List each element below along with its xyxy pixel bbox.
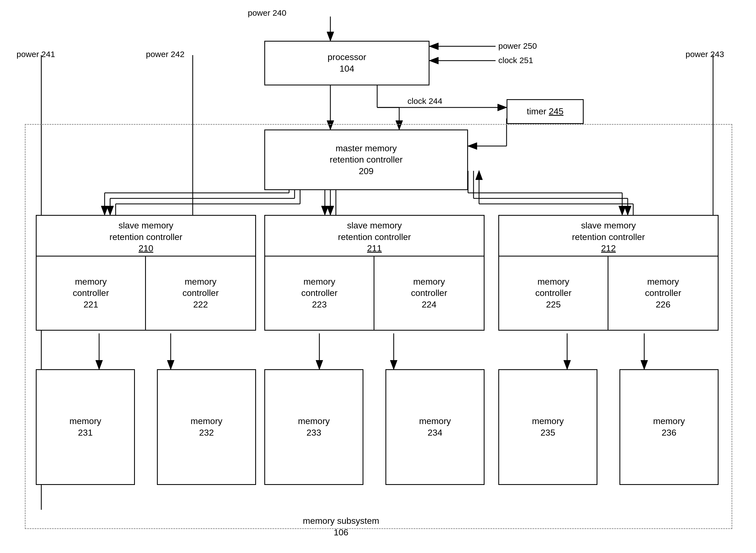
diagram: processor 104 timer 245 master memoryret… xyxy=(0,0,756,553)
clock244-label: clock 244 xyxy=(407,96,443,106)
mc-221-box: memorycontroller 221 xyxy=(36,256,146,330)
power243-label: power 243 xyxy=(685,50,724,59)
mc-224-label: memorycontroller xyxy=(411,276,447,299)
memory-232-id: 232 xyxy=(199,427,214,439)
memory-233-box: memory 233 xyxy=(264,369,363,485)
memory-231-box: memory 231 xyxy=(36,369,135,485)
memory-234-label: memory xyxy=(419,415,451,427)
timer-label: timer 245 xyxy=(527,106,563,117)
slave-210-box: slave memoryretention controller210 memo… xyxy=(36,215,256,331)
memory-235-id: 235 xyxy=(541,427,555,439)
mc-225-id: 225 xyxy=(546,299,561,311)
power241-label: power 241 xyxy=(16,50,55,59)
memory-236-label: memory xyxy=(653,415,685,427)
mc-226-id: 226 xyxy=(656,299,670,311)
processor-label: processor xyxy=(327,52,366,63)
memory-235-label: memory xyxy=(532,415,564,427)
slave-211-label: slave memoryretention controller211 xyxy=(338,220,411,253)
timer-box: timer 245 xyxy=(506,99,584,124)
memory-236-id: 236 xyxy=(662,427,676,439)
power242-label: power 242 xyxy=(146,50,184,59)
processor-id: 104 xyxy=(340,63,354,75)
mc-222-box: memorycontroller 222 xyxy=(146,256,255,330)
memory-231-id: 231 xyxy=(78,427,93,439)
mc-225-box: memorycontroller 225 xyxy=(499,256,608,330)
slave-212-label: slave memoryretention controller212 xyxy=(572,220,645,253)
mc-226-box: memorycontroller 226 xyxy=(608,256,718,330)
memory-232-box: memory 232 xyxy=(157,369,256,485)
slave-210-label: slave memoryretention controller210 xyxy=(109,220,182,253)
mc-221-id: 221 xyxy=(83,299,98,311)
processor-box: processor 104 xyxy=(264,41,430,85)
mc-223-label: memorycontroller xyxy=(301,276,338,299)
power250-label: power 250 xyxy=(498,41,537,51)
mc-226-label: memorycontroller xyxy=(645,276,681,299)
mc-225-label: memorycontroller xyxy=(535,276,572,299)
memory-subsystem-label: memory subsystem 106 xyxy=(303,515,379,538)
power240-label: power 240 xyxy=(248,8,286,18)
clock251-label: clock 251 xyxy=(498,56,533,65)
memory-233-label: memory xyxy=(298,415,330,427)
memory-236-box: memory 236 xyxy=(620,369,719,485)
memory-234-box: memory 234 xyxy=(385,369,485,485)
slave-212-box: slave memoryretention controller212 memo… xyxy=(498,215,719,331)
slave-211-box: slave memoryretention controller211 memo… xyxy=(264,215,485,331)
memory-233-id: 233 xyxy=(306,427,321,439)
memory-235-box: memory 235 xyxy=(498,369,597,485)
mc-223-id: 223 xyxy=(312,299,326,311)
memory-234-id: 234 xyxy=(428,427,442,439)
memory-231-label: memory xyxy=(69,415,101,427)
mc-222-label: memorycontroller xyxy=(183,276,219,299)
mc-224-id: 224 xyxy=(422,299,436,311)
mc-221-label: memorycontroller xyxy=(73,276,109,299)
mc-224-box: memorycontroller 224 xyxy=(374,256,484,330)
mc-222-id: 222 xyxy=(193,299,208,311)
mc-223-box: memorycontroller 223 xyxy=(265,256,374,330)
memory-232-label: memory xyxy=(191,415,222,427)
